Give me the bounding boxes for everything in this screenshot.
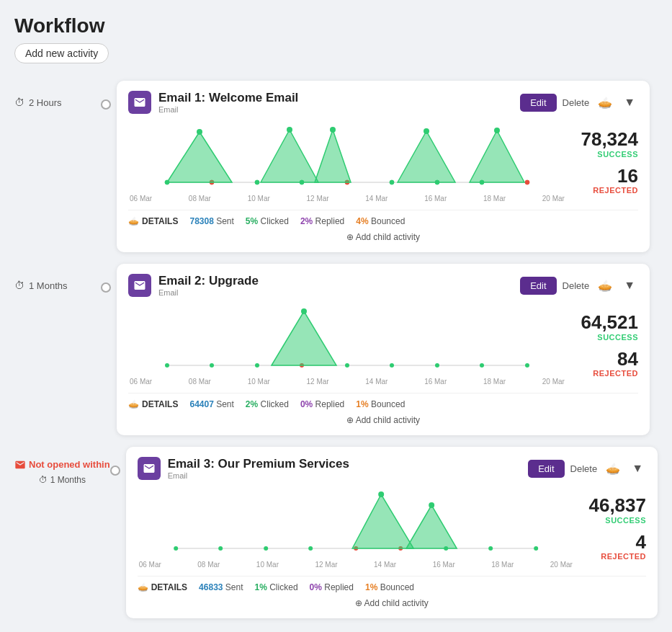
svg-point-36 xyxy=(308,546,313,551)
card-email3: Email 3: Our Premium Services Email Edit… xyxy=(126,447,658,618)
page-title: Workflow xyxy=(14,14,658,37)
card-title-group-email1: Email 1: Welcome Email Email xyxy=(158,91,513,114)
timing-label-email2: ⏱ 1 Months xyxy=(14,264,101,291)
svg-marker-30 xyxy=(272,311,336,365)
condition-months-email3: 1 Months xyxy=(50,474,86,486)
delete-button-email3[interactable]: Delete xyxy=(570,463,598,474)
card-subtitle-email2: Email xyxy=(158,288,513,297)
details-bar-email3: 🥧 DETAILS 46833 Sent 1% Clicked 0% Repli… xyxy=(138,576,646,592)
replied-stat-email1: 2% xyxy=(300,216,313,226)
card-actions-email2: Edit Delete 🥧 ▼ xyxy=(520,277,638,295)
card-actions-email3: Edit Delete 🥧 ▼ xyxy=(528,460,646,478)
pie-chart-button-email1[interactable]: 🥧 xyxy=(595,94,615,111)
svg-point-35 xyxy=(264,546,268,551)
envelope-svg xyxy=(133,96,146,109)
rejected-label-email3: REJECTED xyxy=(601,552,646,561)
card-email2: Email 2: Upgrade Email Edit Delete 🥧 ▼ xyxy=(117,264,650,435)
success-value-email1: 78,324 xyxy=(581,129,638,150)
svg-marker-14 xyxy=(315,130,351,182)
add-child-row-email2[interactable]: ⊕ Add child activity xyxy=(128,415,638,425)
svg-point-27 xyxy=(435,363,439,368)
chart-dates-email3: 06 Mar 08 Mar 10 Mar 12 Mar 14 Mar 16 Ma… xyxy=(138,561,574,569)
card-subtitle-email1: Email xyxy=(158,105,513,114)
svg-point-19 xyxy=(494,128,500,133)
svg-point-15 xyxy=(330,127,336,133)
chart-dates-email2: 06 Mar 08 Mar 10 Mar 12 Mar 14 Mar 16 Ma… xyxy=(128,378,566,386)
card-header-email2: Email 2: Upgrade Email Edit Delete 🥧 ▼ xyxy=(128,274,638,297)
edit-button-email1[interactable]: Edit xyxy=(520,94,556,112)
email-icon-email2 xyxy=(128,274,151,297)
details-link-email1[interactable]: 🥧 DETAILS xyxy=(128,216,178,226)
details-link-email2[interactable]: 🥧 DETAILS xyxy=(128,399,178,409)
filter-button-email2[interactable]: ▼ xyxy=(621,277,638,293)
connector-dot-email2 xyxy=(101,282,111,293)
svg-point-23 xyxy=(255,363,259,368)
success-value-email2: 64,521 xyxy=(581,312,638,333)
svg-point-9 xyxy=(525,180,529,184)
sent-count-email1: 78308 xyxy=(189,216,213,226)
chart-area-email1: 06 Mar 08 Mar 10 Mar 12 Mar 14 Mar 16 Ma… xyxy=(128,121,566,202)
success-value-email3: 46,837 xyxy=(588,495,646,516)
svg-marker-16 xyxy=(398,131,455,182)
rejected-label-email2: REJECTED xyxy=(593,369,638,378)
card-title-email3: Email 3: Our Premium Services xyxy=(168,457,521,471)
connector-dot-email3 xyxy=(110,466,120,476)
workflow-container: ⏱ 2 Hours Email 1: Welcome Email Email E… xyxy=(14,81,658,630)
svg-point-41 xyxy=(534,546,538,551)
pie-chart-button-email3[interactable]: 🥧 xyxy=(603,460,623,477)
clicked-stat-email2: 2% xyxy=(246,399,258,409)
svg-marker-18 xyxy=(470,130,524,182)
card-title-email2: Email 2: Upgrade xyxy=(158,274,513,288)
chart-area-email2: 06 Mar 08 Mar 10 Mar 12 Mar 14 Mar 16 Ma… xyxy=(128,304,566,386)
chart-dates-email1: 06 Mar 08 Mar 10 Mar 12 Mar 14 Mar 16 Ma… xyxy=(128,195,566,202)
stats-area-email1: 78,324 SUCCESS 16 REJECTED xyxy=(566,121,638,202)
pie-chart-button-email2[interactable]: 🥧 xyxy=(595,277,615,294)
success-label-email2: SUCCESS xyxy=(597,333,638,342)
clicked-stat-email3: 1% xyxy=(255,582,267,592)
delete-button-email2[interactable]: Delete xyxy=(563,280,590,291)
delete-button-email1[interactable]: Delete xyxy=(563,97,590,108)
add-child-row-email1[interactable]: ⊕ Add child activity xyxy=(128,232,638,242)
svg-point-13 xyxy=(287,127,292,133)
filter-button-email1[interactable]: ▼ xyxy=(621,94,638,110)
svg-point-3 xyxy=(255,180,259,184)
chart-stats-row-email2: 06 Mar 08 Mar 10 Mar 12 Mar 14 Mar 16 Ma… xyxy=(128,304,638,386)
timing-text-email1: 2 Hours xyxy=(29,97,62,108)
rejected-label-email1: REJECTED xyxy=(593,186,638,195)
filter-button-email3[interactable]: ▼ xyxy=(629,460,646,476)
card-header-email1: Email 1: Welcome Email Email Edit Delete… xyxy=(128,91,638,114)
edit-button-email3[interactable]: Edit xyxy=(528,460,564,478)
svg-point-31 xyxy=(301,308,307,314)
sent-count-email3: 46833 xyxy=(199,582,223,592)
svg-point-21 xyxy=(165,363,169,368)
envelope-svg-email3 xyxy=(143,462,156,475)
chart-svg-email1 xyxy=(128,121,566,193)
stats-area-email2: 64,521 SUCCESS 84 REJECTED xyxy=(566,304,638,386)
success-label-email3: SUCCESS xyxy=(605,516,646,525)
svg-point-6 xyxy=(390,180,394,184)
chart-svg-email2 xyxy=(128,304,566,376)
chart-svg-email3 xyxy=(138,487,574,559)
edit-button-email2[interactable]: Edit xyxy=(520,277,556,295)
connector-dot-email1 xyxy=(101,99,111,110)
chart-area-email3: 06 Mar 08 Mar 10 Mar 12 Mar 14 Mar 16 Ma… xyxy=(138,487,574,569)
condition-label-email3: Not opened within ⏱ 1 Months xyxy=(14,447,110,486)
add-new-activity-button[interactable]: Add new activity xyxy=(14,43,109,63)
svg-point-40 xyxy=(488,546,493,551)
rejected-value-email1: 16 xyxy=(617,166,638,187)
details-link-email3[interactable]: 🥧 DETAILS xyxy=(138,582,187,592)
clicked-stat-email1: 5% xyxy=(246,216,258,226)
card-title-group-email2: Email 2: Upgrade Email xyxy=(158,274,513,297)
chart-stats-row-email3: 06 Mar 08 Mar 10 Mar 12 Mar 14 Mar 16 Ma… xyxy=(138,487,646,569)
svg-marker-44 xyxy=(406,505,457,548)
clock-icon-email2: ⏱ xyxy=(14,280,24,291)
card-title-group-email3: Email 3: Our Premium Services Email xyxy=(168,457,521,480)
envelope-condition-icon xyxy=(14,459,26,471)
activity-row-email2: ⏱ 1 Months Email 2: Upgrade Email Edit D… xyxy=(14,264,658,435)
svg-point-45 xyxy=(429,502,434,508)
chart-stats-row-email1: 06 Mar 08 Mar 10 Mar 12 Mar 14 Mar 16 Ma… xyxy=(128,121,638,202)
svg-point-28 xyxy=(480,363,484,368)
activity-row-email3: Not opened within ⏱ 1 Months Email 3: Ou… xyxy=(14,447,658,618)
bounced-stat-email1: 4% xyxy=(356,216,368,226)
add-child-row-email3[interactable]: ⊕ Add child activity xyxy=(138,598,646,608)
